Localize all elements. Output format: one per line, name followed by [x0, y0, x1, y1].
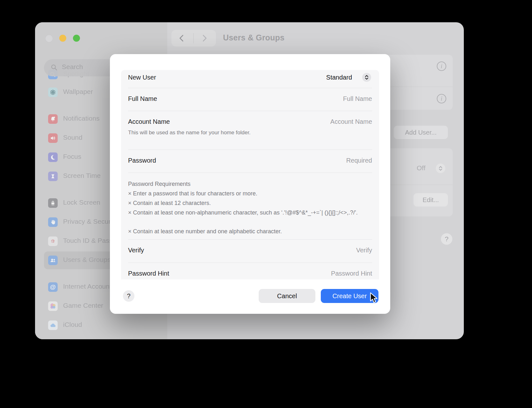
minimize-button[interactable]: [59, 35, 66, 42]
forward-button[interactable]: [200, 34, 208, 44]
focus-icon: [48, 152, 58, 162]
dialog-help-button[interactable]: ?: [123, 290, 134, 302]
account-name-description: This will be used as the name for your h…: [128, 129, 252, 137]
internet-accounts-icon: @: [48, 282, 58, 292]
requirement-item: × Contain at least one non-alphanumeric …: [128, 208, 372, 217]
cross-icon: ×: [128, 200, 132, 206]
password-hint-field[interactable]: Password Hint: [331, 270, 372, 277]
close-button[interactable]: [45, 35, 53, 42]
touch-id-icon: [48, 236, 58, 246]
page-title: Users & Groups: [223, 33, 284, 42]
new-user-row: New User Standard: [121, 70, 379, 88]
add-user-button[interactable]: Add User...: [394, 126, 448, 139]
user-type-stepper[interactable]: [362, 73, 371, 82]
divider: [128, 239, 372, 240]
requirements-title: Password Requirements: [128, 179, 372, 189]
nav-divider: [193, 33, 194, 43]
requirement-item: × Enter a password that is four characte…: [128, 189, 372, 198]
game-center-icon: [48, 301, 58, 311]
back-button[interactable]: [178, 34, 186, 44]
mouse-cursor: [369, 292, 379, 304]
sound-icon: [48, 133, 58, 143]
password-row[interactable]: Password Required: [121, 150, 379, 173]
user-type-value: Standard: [326, 74, 352, 81]
cross-icon: ×: [128, 190, 132, 197]
help-button[interactable]: ?: [441, 233, 452, 245]
edit-button[interactable]: Edit...: [413, 193, 448, 207]
off-stepper[interactable]: [436, 164, 445, 173]
sidebar-item-icloud[interactable]: iCloud: [44, 316, 166, 334]
wallpaper-icon: [48, 88, 58, 97]
info-icon[interactable]: i: [436, 94, 447, 104]
icloud-icon: [48, 320, 58, 330]
dialog-form-panel: New User Standard Full Name Full Name Ac…: [121, 70, 379, 279]
requirement-item: × Contain at least 12 characters.: [128, 198, 372, 208]
password-requirements: Password Requirements × Enter a password…: [121, 173, 379, 239]
privacy-security-icon: [48, 217, 58, 227]
cancel-button[interactable]: Cancel: [259, 289, 315, 303]
password-field[interactable]: Required: [346, 157, 372, 164]
search-placeholder: Search: [62, 63, 83, 71]
off-value: Off: [417, 164, 426, 172]
zoom-button[interactable]: [73, 35, 80, 42]
cross-icon: ×: [128, 209, 132, 216]
info-icon[interactable]: i: [436, 61, 447, 71]
cross-icon: ×: [128, 228, 132, 235]
verify-field[interactable]: Verify: [356, 247, 372, 254]
new-user-dialog: New User Standard Full Name Full Name Ac…: [110, 54, 390, 314]
svg-text:i: i: [441, 95, 442, 102]
account-name-row[interactable]: Account Name Account Name This will be u…: [121, 111, 379, 150]
notifications-icon: [48, 114, 58, 124]
requirement-item: × Contain at least one number and one al…: [128, 227, 372, 236]
at-sign-glyph: @: [50, 284, 56, 291]
screen-time-icon: [48, 172, 58, 181]
verify-row[interactable]: Verify Verify: [121, 239, 379, 263]
full-name-row[interactable]: Full Name Full Name: [121, 88, 379, 111]
svg-text:i: i: [441, 63, 442, 69]
users-groups-icon: [48, 256, 58, 265]
lock-screen-icon: [48, 198, 58, 208]
password-hint-row[interactable]: Password Hint Password Hint: [121, 263, 379, 279]
search-icon: [50, 64, 58, 73]
full-name-field[interactable]: Full Name: [343, 95, 372, 102]
account-name-field[interactable]: Account Name: [330, 118, 372, 125]
